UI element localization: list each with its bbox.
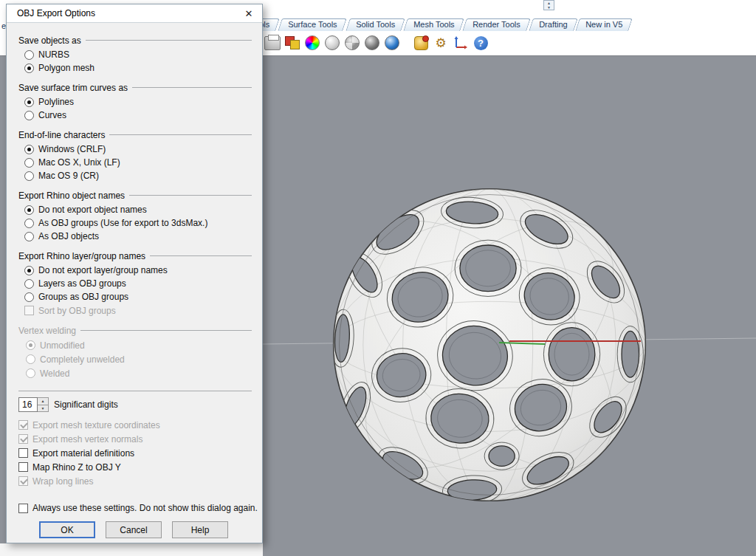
section-label: Export Rhino layer/group names (18, 251, 145, 261)
cancel-button[interactable]: Cancel (106, 521, 162, 538)
help-button[interactable]: Help (172, 521, 228, 538)
divider (109, 134, 252, 135)
tab-label: Drafting (539, 20, 568, 29)
section-label: End-of-line characters (18, 130, 105, 140)
radio-icon[interactable] (26, 368, 35, 378)
radio-label: NURBS (38, 49, 69, 60)
tab-drafting[interactable]: Drafting (529, 18, 577, 31)
radio-icon[interactable] (24, 50, 34, 60)
dialog-titlebar[interactable]: OBJ Export Options ✕ (7, 4, 262, 23)
toolbar-dock-spinner[interactable]: ▲ ▼ (543, 0, 554, 10)
radio-groups-as-groups[interactable]: Groups as OBJ groups (24, 290, 252, 303)
radio-icon[interactable] (24, 145, 34, 154)
close-icon[interactable]: ✕ (241, 8, 256, 19)
sphere-dark-icon[interactable] (364, 35, 380, 51)
voronoi-sphere-model[interactable] (323, 179, 656, 511)
gears-icon[interactable]: ⚙ (433, 35, 449, 51)
radio-icon[interactable] (24, 205, 34, 215)
checkbox-sort-by-obj-groups[interactable]: Sort by OBJ groups (24, 303, 252, 318)
radio-icon[interactable] (24, 97, 34, 107)
radio-mac-unix-lf[interactable]: Mac OS X, Unix (LF) (24, 156, 252, 169)
significant-digits-input[interactable]: 16 (18, 397, 38, 412)
bottom-strip (0, 543, 263, 556)
checkbox-label: Map Rhino Z to OBJ Y (32, 462, 121, 473)
toolbar-icons: ⚙ ? (264, 33, 489, 52)
radio-layers-as-groups[interactable]: Layers as OBJ groups (24, 277, 252, 290)
spin-down-icon[interactable]: ▼ (38, 405, 48, 412)
checkbox-label: Export mesh vertex normals (32, 434, 142, 445)
section-layer-names: Export Rhino layer/group names (18, 250, 252, 261)
radio-polygon-mesh[interactable]: Polygon mesh (24, 61, 252, 75)
checkbox-label: Wrap long lines (32, 476, 94, 487)
radio-icon[interactable] (24, 279, 34, 289)
checkbox-icon[interactable] (18, 434, 28, 444)
checkbox-label: Export material definitions (32, 448, 134, 459)
radio-icon[interactable] (26, 354, 35, 364)
checkbox-texture-coordinates[interactable]: Export mesh texture coordinates (18, 418, 252, 432)
tab-render-tools[interactable]: Render Tools (462, 18, 530, 31)
radio-icon[interactable] (26, 340, 35, 350)
checkbox-icon[interactable] (18, 504, 28, 513)
checkbox-map-z-to-y[interactable]: Map Rhino Z to OBJ Y (18, 460, 252, 474)
render-tool-icon[interactable] (413, 35, 429, 51)
axis-icon[interactable] (453, 35, 469, 51)
radio-nurbs[interactable]: NURBS (24, 48, 252, 61)
radio-icon[interactable] (24, 292, 34, 302)
radio-icon[interactable] (24, 232, 34, 241)
tab-label: Surface Tools (288, 20, 337, 29)
tab-mesh-tools[interactable]: Mesh Tools (403, 18, 464, 31)
section-object-names: Export Rhino object names (18, 190, 252, 201)
toolbar-tabs: ols Surface Tools Solid Tools Mesh Tools… (251, 18, 630, 31)
radio-icon[interactable] (24, 171, 34, 181)
radio-as-obj-objects[interactable]: As OBJ objects (24, 230, 252, 243)
sphere-white-icon[interactable] (324, 35, 340, 51)
section-eol: End-of-line characters (18, 129, 252, 140)
checkbox-always-use-settings[interactable]: Always use these settings. Do not show t… (18, 501, 258, 515)
radio-as-obj-groups[interactable]: As OBJ groups (Use for export to 3dsMax.… (24, 216, 252, 230)
section-label: Export Rhino object names (18, 191, 125, 201)
x-axis-line (509, 340, 641, 342)
radio-label: As OBJ objects (38, 231, 99, 241)
checkbox-icon[interactable] (24, 306, 34, 315)
radio-icon[interactable] (24, 219, 34, 228)
tab-surface-tools[interactable]: Surface Tools (278, 18, 347, 31)
ok-button[interactable]: OK (39, 521, 95, 538)
checkbox-material-definitions[interactable]: Export material definitions (18, 446, 252, 460)
radio-welded[interactable]: Welded (26, 366, 252, 380)
radio-label: Layers as OBJ groups (38, 278, 126, 289)
radio-no-layer-names[interactable]: Do not export layer/group names (24, 264, 252, 277)
radio-unmodified[interactable]: Unmodified (26, 338, 252, 352)
radio-windows-crlf[interactable]: Windows (CRLF) (24, 143, 252, 156)
checkbox-icon[interactable] (18, 448, 28, 458)
spin-down-icon[interactable]: ▼ (547, 5, 551, 10)
dialog-title: OBJ Export Options (17, 8, 241, 18)
color-wheel-icon[interactable] (304, 35, 320, 51)
radio-polylines[interactable]: Polylines (24, 95, 252, 109)
sphere-checker-icon[interactable] (344, 35, 360, 51)
checkbox-icon[interactable] (18, 462, 28, 472)
significant-digits-row: 16 ▲ ▼ Significant digits (18, 397, 252, 412)
radio-completely-unwelded[interactable]: Completely unwelded (26, 352, 252, 366)
tab-solid-tools[interactable]: Solid Tools (346, 18, 405, 31)
tab-new-in-v5[interactable]: New in V5 (575, 18, 633, 31)
radio-icon[interactable] (24, 64, 34, 73)
help-glyph: ? (474, 36, 488, 50)
radio-icon[interactable] (24, 111, 34, 120)
checkbox-wrap-long-lines[interactable]: Wrap long lines (18, 474, 252, 488)
sphere-blue-icon[interactable] (384, 35, 400, 51)
radio-icon[interactable] (24, 266, 34, 275)
significant-digits-stepper[interactable]: ▲ ▼ (38, 397, 49, 412)
radio-icon[interactable] (24, 158, 34, 168)
radio-no-object-names[interactable]: Do not export object names (24, 203, 252, 216)
radio-label: Groups as OBJ groups (38, 292, 128, 302)
checkbox-vertex-normals[interactable]: Export mesh vertex normals (18, 432, 252, 446)
spin-up-icon[interactable]: ▲ (38, 398, 48, 405)
radio-mac-os9-cr[interactable]: Mac OS 9 (CR) (24, 169, 252, 182)
checkbox-icon[interactable] (18, 476, 28, 486)
checkbox-icon[interactable] (18, 420, 28, 430)
radio-label: Welded (40, 368, 69, 379)
radio-curves[interactable]: Curves (24, 109, 252, 122)
color-swatch-icon[interactable] (284, 35, 300, 51)
printer-icon[interactable] (264, 35, 281, 51)
help-icon[interactable]: ? (472, 35, 489, 51)
